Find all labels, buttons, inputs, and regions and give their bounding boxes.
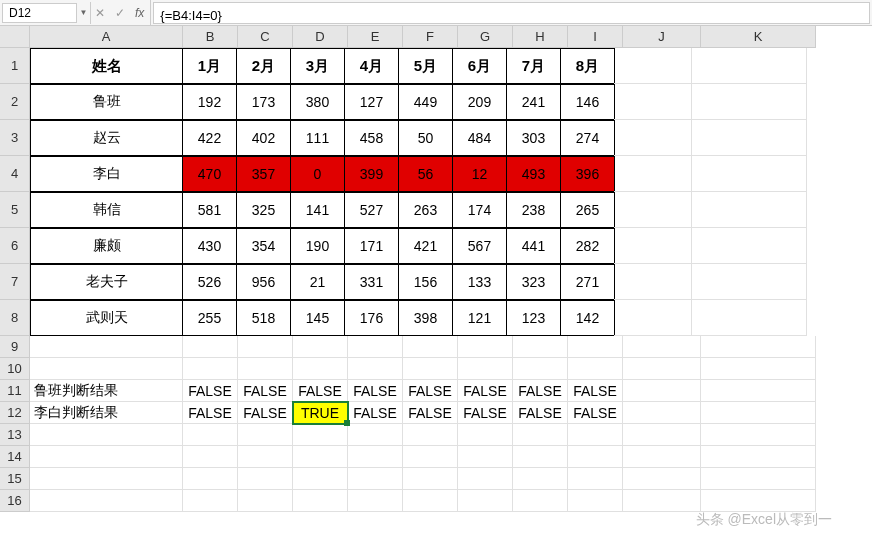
cell-I7[interactable]: 271 (560, 264, 615, 300)
cell-A7[interactable]: 老夫子 (30, 264, 183, 300)
row-header-8[interactable]: 8 (0, 300, 30, 336)
cell-I12[interactable]: FALSE (568, 402, 623, 424)
cell-H9[interactable] (513, 336, 568, 358)
cell-D4[interactable]: 0 (290, 156, 345, 192)
cell-F10[interactable] (403, 358, 458, 380)
cell-A12[interactable]: 李白判断结果 (30, 402, 183, 424)
cell-E11[interactable]: FALSE (348, 380, 403, 402)
cell-F1[interactable]: 5月 (398, 48, 453, 84)
formula-input[interactable]: {=B4:I4=0} (153, 2, 870, 24)
cell-G2[interactable]: 209 (452, 84, 507, 120)
cell-A14[interactable] (30, 446, 183, 468)
cell-E15[interactable] (348, 468, 403, 490)
col-header-I[interactable]: I (568, 26, 623, 48)
cell-C15[interactable] (238, 468, 293, 490)
cell-F7[interactable]: 156 (398, 264, 453, 300)
cell-G7[interactable]: 133 (452, 264, 507, 300)
cell-G9[interactable] (458, 336, 513, 358)
cell-K8[interactable] (692, 300, 807, 336)
col-header-H[interactable]: H (513, 26, 568, 48)
row-header-15[interactable]: 15 (0, 468, 30, 490)
name-box-dropdown-icon[interactable]: ▼ (77, 2, 91, 24)
cell-K12[interactable] (701, 402, 816, 424)
col-header-K[interactable]: K (701, 26, 816, 48)
cell-J13[interactable] (623, 424, 701, 446)
cell-J15[interactable] (623, 468, 701, 490)
cell-D9[interactable] (293, 336, 348, 358)
cell-B10[interactable] (183, 358, 238, 380)
row-header-4[interactable]: 4 (0, 156, 30, 192)
cell-D6[interactable]: 190 (290, 228, 345, 264)
cell-A9[interactable] (30, 336, 183, 358)
cell-H14[interactable] (513, 446, 568, 468)
cell-C12[interactable]: FALSE (238, 402, 293, 424)
cell-B2[interactable]: 192 (182, 84, 237, 120)
cell-F14[interactable] (403, 446, 458, 468)
cell-I9[interactable] (568, 336, 623, 358)
cell-J10[interactable] (623, 358, 701, 380)
cell-J3[interactable] (614, 120, 692, 156)
cell-I14[interactable] (568, 446, 623, 468)
cell-D2[interactable]: 380 (290, 84, 345, 120)
cell-C9[interactable] (238, 336, 293, 358)
cell-G4[interactable]: 12 (452, 156, 507, 192)
cell-I16[interactable] (568, 490, 623, 512)
cell-D1[interactable]: 3月 (290, 48, 345, 84)
col-header-J[interactable]: J (623, 26, 701, 48)
cell-F5[interactable]: 263 (398, 192, 453, 228)
cell-F9[interactable] (403, 336, 458, 358)
cell-J11[interactable] (623, 380, 701, 402)
cell-B1[interactable]: 1月 (182, 48, 237, 84)
cell-J1[interactable] (614, 48, 692, 84)
cell-H10[interactable] (513, 358, 568, 380)
cell-J5[interactable] (614, 192, 692, 228)
row-header-9[interactable]: 9 (0, 336, 30, 358)
cell-E3[interactable]: 458 (344, 120, 399, 156)
cell-K6[interactable] (692, 228, 807, 264)
cell-J16[interactable] (623, 490, 701, 512)
cell-E2[interactable]: 127 (344, 84, 399, 120)
cell-D15[interactable] (293, 468, 348, 490)
cell-E13[interactable] (348, 424, 403, 446)
row-header-2[interactable]: 2 (0, 84, 30, 120)
cell-I4[interactable]: 396 (560, 156, 615, 192)
cell-F15[interactable] (403, 468, 458, 490)
cell-A8[interactable]: 武则天 (30, 300, 183, 336)
cell-J6[interactable] (614, 228, 692, 264)
cell-A1[interactable]: 姓名 (30, 48, 183, 84)
cell-A15[interactable] (30, 468, 183, 490)
select-all-corner[interactable] (0, 26, 30, 48)
name-box[interactable]: D12 (2, 3, 77, 23)
cell-G13[interactable] (458, 424, 513, 446)
cell-A6[interactable]: 廉颇 (30, 228, 183, 264)
cell-E12[interactable]: FALSE (348, 402, 403, 424)
cell-H16[interactable] (513, 490, 568, 512)
cell-H11[interactable]: FALSE (513, 380, 568, 402)
row-header-7[interactable]: 7 (0, 264, 30, 300)
cell-C7[interactable]: 956 (236, 264, 291, 300)
row-header-14[interactable]: 14 (0, 446, 30, 468)
cell-E4[interactable]: 399 (344, 156, 399, 192)
cell-K13[interactable] (701, 424, 816, 446)
row-header-1[interactable]: 1 (0, 48, 30, 84)
row-header-12[interactable]: 12 (0, 402, 30, 424)
cell-I15[interactable] (568, 468, 623, 490)
cell-B8[interactable]: 255 (182, 300, 237, 336)
cancel-icon[interactable]: ✕ (95, 6, 105, 20)
row-header-10[interactable]: 10 (0, 358, 30, 380)
cell-B5[interactable]: 581 (182, 192, 237, 228)
cell-B9[interactable] (183, 336, 238, 358)
cell-K14[interactable] (701, 446, 816, 468)
cell-G5[interactable]: 174 (452, 192, 507, 228)
cell-K15[interactable] (701, 468, 816, 490)
cell-G11[interactable]: FALSE (458, 380, 513, 402)
cell-A13[interactable] (30, 424, 183, 446)
cell-D7[interactable]: 21 (290, 264, 345, 300)
cell-H3[interactable]: 303 (506, 120, 561, 156)
cell-G12[interactable]: FALSE (458, 402, 513, 424)
cell-C2[interactable]: 173 (236, 84, 291, 120)
cell-D8[interactable]: 145 (290, 300, 345, 336)
cell-B3[interactable]: 422 (182, 120, 237, 156)
cell-K1[interactable] (692, 48, 807, 84)
cell-K4[interactable] (692, 156, 807, 192)
